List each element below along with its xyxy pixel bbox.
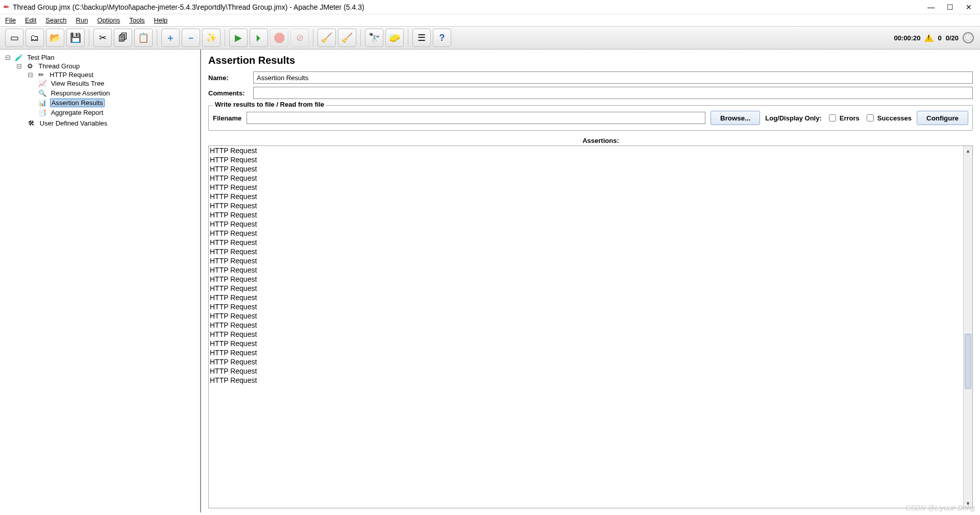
- collapse-button[interactable]: －: [182, 29, 200, 47]
- warning-icon[interactable]: [924, 34, 934, 42]
- elapsed-time: 00:00:20: [894, 34, 920, 42]
- toggle-icon[interactable]: ⊟: [15, 62, 22, 70]
- minus-icon: －: [186, 32, 195, 44]
- assertion-row[interactable]: HTTP Request: [210, 164, 962, 174]
- assertion-row[interactable]: HTTP Request: [210, 284, 962, 293]
- successes-checkbox-input[interactable]: [867, 114, 874, 121]
- assertion-row[interactable]: HTTP Request: [210, 293, 962, 302]
- assertion-row[interactable]: HTTP Request: [210, 192, 962, 201]
- assertion-row[interactable]: HTTP Request: [210, 366, 962, 376]
- search-button[interactable]: 🔭: [365, 29, 383, 47]
- assertion-row[interactable]: HTTP Request: [210, 210, 962, 219]
- assertion-row[interactable]: HTTP Request: [210, 146, 962, 155]
- stop-button[interactable]: 🛑: [270, 29, 288, 47]
- assertion-row[interactable]: HTTP Request: [210, 330, 962, 339]
- tree-view-results-tree[interactable]: 📈 View Results Tree: [38, 79, 198, 88]
- window-maximize-button[interactable]: ☐: [947, 3, 953, 11]
- assertion-row[interactable]: HTTP Request: [210, 238, 962, 247]
- tree-test-plan[interactable]: ⊟ 🧪 Test Plan ⊟ ⚙ Thread Group ⊟ ✏ HTTP …: [4, 53, 198, 130]
- start-button[interactable]: ▶: [229, 29, 248, 47]
- tree-thread-group[interactable]: ⊟ ⚙ Thread Group ⊟ ✏ HTTP Request 📈: [15, 61, 198, 129]
- stop-icon: 🛑: [274, 32, 285, 43]
- warning-count: 0: [938, 34, 941, 42]
- toggle-icon[interactable]: ⊟: [27, 71, 34, 79]
- editor-panel: Assertion Results Name: Comments: Write …: [201, 50, 980, 512]
- assertion-row[interactable]: HTTP Request: [210, 275, 962, 284]
- assertion-row[interactable]: HTTP Request: [210, 256, 962, 265]
- menu-bar: File Edit Search Run Options Tools Help: [0, 14, 980, 26]
- name-label: Name:: [208, 74, 253, 82]
- browse-button[interactable]: Browse...: [710, 111, 760, 125]
- clipboard-icon: 📋: [138, 32, 149, 43]
- play-icon: ▶: [235, 32, 242, 43]
- window-minimize-button[interactable]: —: [927, 3, 935, 11]
- tree-user-defined-variables[interactable]: 🛠 User Defined Variables: [27, 118, 198, 128]
- template-icon: 🗂: [30, 33, 39, 43]
- configure-button[interactable]: Configure: [917, 111, 968, 125]
- menu-search[interactable]: Search: [45, 16, 66, 24]
- assertion-row[interactable]: HTTP Request: [210, 357, 962, 366]
- assertion-row[interactable]: HTTP Request: [210, 265, 962, 275]
- open-button[interactable]: 📂: [46, 29, 64, 47]
- tree-http-request[interactable]: ⊟ ✏ HTTP Request 📈 View Results Tree: [27, 70, 198, 118]
- assertion-row[interactable]: HTTP Request: [210, 321, 962, 330]
- save-button[interactable]: 💾: [66, 29, 85, 47]
- menu-run[interactable]: Run: [76, 16, 88, 24]
- scroll-down-icon[interactable]: ▼: [964, 499, 972, 508]
- menu-options[interactable]: Options: [97, 16, 120, 24]
- menu-help[interactable]: Help: [154, 16, 168, 24]
- menu-file[interactable]: File: [5, 16, 16, 24]
- errors-checkbox[interactable]: Errors: [827, 113, 860, 123]
- clear-button[interactable]: 🧹: [317, 29, 336, 47]
- assertion-row[interactable]: HTTP Request: [210, 247, 962, 256]
- errors-checkbox-input[interactable]: [829, 114, 836, 121]
- shutdown-button[interactable]: ⊘: [290, 29, 309, 47]
- assertion-row[interactable]: HTTP Request: [210, 155, 962, 164]
- successes-checkbox-label: Successes: [877, 114, 912, 122]
- tree-response-assertion[interactable]: 🔍 Response Assertion: [38, 88, 198, 98]
- assertion-row[interactable]: HTTP Request: [210, 376, 962, 385]
- assertion-row[interactable]: HTTP Request: [210, 183, 962, 192]
- expand-button[interactable]: ＋: [161, 29, 180, 47]
- reset-search-button[interactable]: 🧽: [385, 29, 404, 47]
- toggle-icon[interactable]: ⊟: [4, 54, 11, 61]
- successes-checkbox[interactable]: Successes: [865, 113, 912, 123]
- scroll-thumb[interactable]: [965, 334, 971, 389]
- tree-assertion-results[interactable]: 📊 Assertion Results: [38, 98, 198, 108]
- menu-tools[interactable]: Tools: [129, 16, 144, 24]
- paste-button[interactable]: 📋: [134, 29, 153, 47]
- toggle-button[interactable]: ✨: [202, 29, 220, 47]
- name-input[interactable]: [253, 71, 973, 84]
- help-button[interactable]: ?: [433, 29, 451, 47]
- thread-group-icon: ⚙: [26, 62, 35, 70]
- function-helper-button[interactable]: ☰: [412, 29, 431, 47]
- filename-input[interactable]: [247, 112, 705, 124]
- assertions-scrollbar[interactable]: ▲ ▼: [963, 146, 972, 508]
- new-button[interactable]: ▭: [5, 29, 23, 47]
- assertion-row[interactable]: HTTP Request: [210, 201, 962, 210]
- templates-button[interactable]: 🗂: [26, 29, 44, 47]
- zoom-icon[interactable]: [963, 32, 974, 43]
- window-close-button[interactable]: ✕: [966, 3, 972, 11]
- filename-label: Filename: [213, 114, 241, 122]
- tree-label: Test Plan: [26, 54, 55, 61]
- assertion-row[interactable]: HTTP Request: [210, 348, 962, 357]
- assertion-row[interactable]: HTTP Request: [210, 219, 962, 229]
- test-plan-tree[interactable]: ⊟ 🧪 Test Plan ⊟ ⚙ Thread Group ⊟ ✏ HTTP …: [0, 50, 201, 512]
- assertion-row[interactable]: HTTP Request: [210, 339, 962, 348]
- menu-edit[interactable]: Edit: [25, 16, 36, 24]
- tree-aggregate-report[interactable]: 📑 Aggregate Report: [38, 108, 198, 117]
- tree-label: HTTP Request: [48, 71, 94, 79]
- scroll-up-icon[interactable]: ▲: [964, 146, 972, 155]
- comments-input[interactable]: [253, 87, 973, 99]
- assertion-row[interactable]: HTTP Request: [210, 302, 962, 311]
- start-no-timers-button[interactable]: ⏵: [250, 29, 268, 47]
- cut-button[interactable]: ✂: [93, 29, 112, 47]
- assertions-list[interactable]: HTTP RequestHTTP RequestHTTP RequestHTTP…: [209, 146, 963, 508]
- clear-all-button[interactable]: 🧹: [338, 29, 356, 47]
- assertion-row[interactable]: HTTP Request: [210, 311, 962, 321]
- file-settings-fieldset: Write results to file / Read from file F…: [208, 105, 973, 131]
- copy-button[interactable]: 🗐: [114, 29, 132, 47]
- assertion-row[interactable]: HTTP Request: [210, 229, 962, 238]
- assertion-row[interactable]: HTTP Request: [210, 174, 962, 183]
